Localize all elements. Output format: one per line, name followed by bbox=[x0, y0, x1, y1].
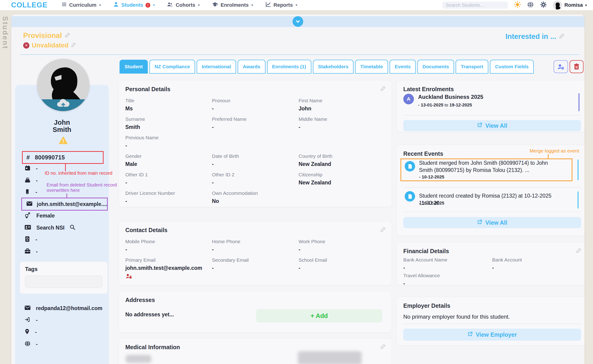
student-first-name: John bbox=[15, 119, 109, 126]
pencil-icon[interactable] bbox=[65, 32, 71, 40]
tags-input[interactable] bbox=[25, 276, 102, 288]
primary-email-row: john.smith.test@example.... bbox=[21, 198, 108, 211]
event-scroll-bar bbox=[578, 159, 579, 180]
top-navbar: COLLEGE Curriculum▾ Students ! ▾ Cohorts… bbox=[0, 0, 593, 10]
pencil-icon[interactable] bbox=[71, 42, 76, 49]
redacted-label bbox=[298, 351, 362, 364]
tab-enrolments[interactable]: Enrolments (1) bbox=[267, 60, 311, 74]
pencil-icon[interactable] bbox=[380, 226, 386, 233]
people-icon bbox=[167, 1, 173, 9]
contact-details-card: Contact Details Mobile Phone- Home Phone… bbox=[119, 221, 392, 285]
search-input[interactable] bbox=[442, 2, 508, 9]
field: Other ID 1- bbox=[125, 172, 212, 190]
tab-transport[interactable]: Transport bbox=[456, 60, 488, 74]
globe-icon bbox=[24, 340, 31, 348]
navbar-right: Romisa ▾ bbox=[442, 1, 587, 10]
pencil-icon[interactable] bbox=[559, 32, 565, 41]
field: Secondary Email- bbox=[212, 257, 299, 276]
gear-icon[interactable] bbox=[540, 1, 547, 9]
student-page-card: Provisional ✕ Unvalidated Interested in … bbox=[11, 14, 584, 364]
field: GenderMale bbox=[125, 153, 212, 172]
chevron-down-icon: ▾ bbox=[198, 3, 200, 7]
student-avatar[interactable] bbox=[37, 59, 89, 111]
chevron-down-icon: ▾ bbox=[585, 3, 587, 7]
tab-custom-fields[interactable]: Custom Fields bbox=[490, 60, 534, 74]
delete-student-button[interactable] bbox=[570, 60, 584, 73]
chevron-down-icon: ▾ bbox=[153, 3, 155, 7]
add-address-button[interactable]: + Add bbox=[256, 309, 382, 323]
tab-events[interactable]: Events bbox=[390, 60, 416, 74]
interest-row: Interested in ... bbox=[506, 32, 565, 41]
external-link-icon bbox=[467, 331, 473, 338]
card-title: Recent Events bbox=[403, 150, 443, 157]
tab-awards[interactable]: Awards bbox=[238, 60, 265, 74]
event-text: Student merged from John Smith (80099071… bbox=[419, 159, 563, 174]
mail-icon bbox=[24, 305, 31, 312]
field: Preferred Name- bbox=[212, 116, 299, 135]
divider bbox=[403, 187, 581, 188]
location-pin-icon bbox=[24, 328, 30, 336]
merge-note-connector bbox=[548, 154, 548, 158]
person-lock-icon bbox=[125, 273, 212, 280]
pencil-icon[interactable] bbox=[576, 247, 582, 254]
alert-badge: ! bbox=[146, 3, 150, 8]
gender-icon bbox=[24, 212, 31, 219]
gender-row: Female bbox=[24, 212, 55, 220]
event-item[interactable] bbox=[405, 191, 415, 202]
menu-reports[interactable]: Reports▾ bbox=[265, 1, 297, 9]
interest-label: Interested in ... bbox=[506, 32, 556, 41]
divider bbox=[403, 115, 581, 116]
financial-details-card: Financial Details Bank Account Name- Ban… bbox=[397, 242, 584, 285]
menu-cohorts[interactable]: Cohorts▾ bbox=[167, 1, 200, 9]
tab-international[interactable]: International bbox=[197, 60, 236, 74]
field: Bank Account Name- bbox=[403, 257, 492, 273]
tab-nz-compliance[interactable]: NZ Compliance bbox=[149, 60, 195, 74]
external-link-icon bbox=[477, 219, 482, 226]
email-note: Email from deleted Student record overwr… bbox=[47, 182, 123, 193]
event-item[interactable] bbox=[405, 161, 415, 171]
sun-icon[interactable] bbox=[514, 1, 521, 9]
student-last-name: Smith bbox=[15, 126, 109, 133]
field: Pronoun- bbox=[212, 98, 299, 116]
mobile-row: - bbox=[24, 188, 37, 196]
app-logo[interactable]: COLLEGE bbox=[11, 1, 47, 9]
addresses-card: Addresses No addresses yet... + Add bbox=[119, 291, 392, 332]
merge-note: Merge logged as event bbox=[530, 148, 579, 154]
tab-stakeholders[interactable]: Stakeholders bbox=[313, 60, 354, 74]
email-note-connector bbox=[67, 194, 67, 198]
invalid-icon: ✕ bbox=[23, 42, 29, 49]
tab-bar: Student NZ Compliance International Awar… bbox=[120, 60, 534, 74]
menu-students[interactable]: Students ! ▾ bbox=[113, 1, 155, 9]
pencil-icon[interactable] bbox=[380, 343, 386, 350]
field: Travel Allowance- bbox=[403, 273, 492, 289]
menu-curriculum[interactable]: Curriculum▾ bbox=[61, 2, 101, 9]
globe-icon[interactable] bbox=[527, 1, 534, 9]
tab-documents[interactable]: Documents bbox=[417, 60, 454, 74]
field: Driver Licence Number- bbox=[125, 190, 212, 209]
view-employer-button[interactable]: View Employer bbox=[403, 329, 581, 341]
menu-enrolments[interactable]: Enrolments▾ bbox=[212, 1, 253, 9]
field: First NameJohn bbox=[299, 98, 385, 116]
manage-user-button[interactable] bbox=[554, 60, 568, 73]
card-title: Medical Information bbox=[125, 344, 180, 351]
cake-icon bbox=[24, 177, 31, 184]
pencil-icon[interactable] bbox=[380, 85, 386, 92]
main-menu: Curriculum▾ Students ! ▾ Cohorts▾ Enrolm… bbox=[61, 1, 297, 9]
personal-details-card: Personal Details TitleMs Pronoun- First … bbox=[119, 80, 392, 207]
hash-icon: # bbox=[27, 154, 30, 161]
validation-label: Unvalidated bbox=[32, 42, 69, 49]
field: Previous Name- bbox=[125, 135, 212, 153]
passport-row: - bbox=[24, 235, 37, 244]
view-all-events-button[interactable]: View All bbox=[403, 217, 581, 228]
nsi-row[interactable]: Search NSI bbox=[24, 224, 75, 232]
collapse-toggle-button[interactable] bbox=[293, 16, 303, 27]
latest-enrolments-card: Latest Enrolments A Auckland Business 20… bbox=[397, 80, 584, 132]
warning-icon[interactable] bbox=[59, 136, 68, 145]
user-menu[interactable]: Romisa ▾ bbox=[553, 1, 587, 10]
enrolment-item[interactable]: A Auckland Business 2025 - 13-01-2025 to… bbox=[403, 94, 483, 108]
tab-student[interactable]: Student bbox=[120, 60, 148, 74]
view-all-enrolments-button[interactable]: View All bbox=[403, 120, 581, 131]
tab-timetable[interactable]: Timetable bbox=[355, 60, 388, 74]
sign-in-icon bbox=[24, 317, 31, 324]
search-icon[interactable] bbox=[69, 224, 75, 231]
